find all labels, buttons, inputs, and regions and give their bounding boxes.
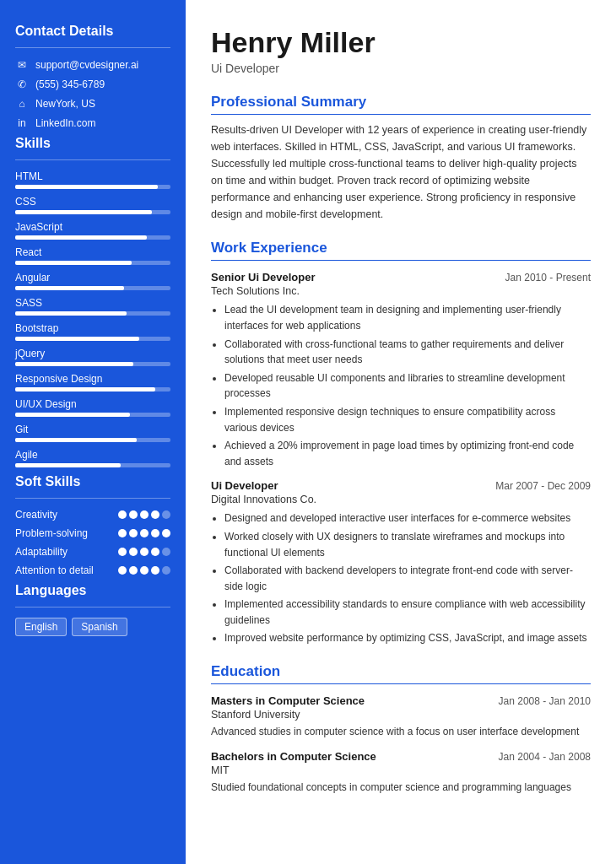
dot-empty [162,510,170,519]
dot-filled [129,566,138,575]
dot-filled [162,529,170,537]
skill-bar-bg [15,286,170,290]
skills-divider [15,159,170,160]
skill-name: CSS [15,196,170,208]
dot-filled [118,529,127,537]
location-icon: ⌂ [15,97,29,111]
skill-bar-bg [15,337,170,341]
dots [118,529,170,537]
skill-bar-bg [15,185,170,189]
skill-bar-bg [15,413,170,417]
skills-section: Skills HTML CSS JavaScript React Angular [15,136,170,474]
edu-header: Masters in Computer Science Jan 2008 - J… [211,694,591,707]
job-bullets: Lead the UI development team in designin… [211,302,591,469]
skills-list: HTML CSS JavaScript React Angular [15,170,170,467]
skill-item: CSS [15,196,170,214]
skill-bar-fill [15,463,121,467]
job-bullet: Worked closely with UX designers to tran… [224,529,591,560]
dot-filled [151,566,159,575]
dot-filled [118,548,127,556]
job-header: Senior Ui Developer Jan 2010 - Present [211,271,591,284]
skill-bar-fill [15,413,130,417]
contact-divider [15,47,170,48]
language-tag: Spanish [72,618,127,636]
edu-school: Stanford University [211,709,591,721]
skill-name: Git [15,424,170,435]
job-company: Tech Solutions Inc. [211,285,591,297]
email-icon: ✉ [15,58,29,72]
edu-degree: Bachelors in Computer Science [211,750,376,763]
skill-item: Git [15,424,170,442]
skill-item: Responsive Design [15,373,170,392]
skill-name: JavaScript [15,221,170,233]
dots [118,510,170,519]
dot-filled [118,566,127,575]
linkedin-icon: in [15,116,29,130]
job-bullet: Designed and developed interactive user … [224,510,591,526]
work-section-title: Work Experience [211,240,591,261]
job-title: Ui Developer [211,479,278,492]
skill-item: Bootstrap [15,322,170,341]
contact-section: Contact Details ✉ support@cvdesigner.ai … [15,24,170,136]
skill-bar-bg [15,463,170,467]
skill-bar-fill [15,337,139,341]
dot-filled [151,510,159,519]
skill-bar-bg [15,438,170,442]
dot-filled [118,510,127,519]
languages-section: Languages EnglishSpanish [15,583,170,636]
edu-block: Masters in Computer Science Jan 2008 - J… [211,694,591,740]
skill-name: Angular [15,272,170,284]
soft-skill-name: Problem-solving [15,527,88,539]
skill-bar-fill [15,286,124,290]
skill-item: SASS [15,297,170,316]
language-tags: EnglishSpanish [15,618,170,636]
phone-icon: ✆ [15,78,29,91]
soft-skill-item: Problem-solving [15,527,170,539]
skill-name: jQuery [15,348,170,359]
edu-desc: Studied foundational concepts in compute… [211,780,591,796]
job-company: Digital Innovations Co. [211,494,591,505]
job-bullet: Implemented accessibility standards to e… [224,597,591,628]
skills-title: Skills [15,136,170,151]
skill-name: React [15,246,170,258]
contact-item: ⌂ NewYork, US [15,97,170,111]
language-tag: English [15,618,67,636]
job-block: Senior Ui Developer Jan 2010 - Present T… [211,271,591,469]
dot-filled [151,529,159,537]
skill-bar-bg [15,210,170,214]
candidate-title: Ui Developer [211,62,591,75]
skill-bar-fill [15,185,158,189]
contact-text: support@cvdesigner.ai [35,59,138,71]
job-bullet: Collaborated with cross-functional teams… [224,337,591,368]
contact-item: ✆ (555) 345-6789 [15,78,170,91]
contact-item: in LinkedIn.com [15,116,170,130]
skill-bar-bg [15,311,170,316]
job-bullet: Collaborated with backend developers to … [224,563,591,594]
soft-skill-name: Creativity [15,509,57,521]
skill-bar-fill [15,235,147,240]
job-block: Ui Developer Mar 2007 - Dec 2009 Digital… [211,479,591,646]
skill-name: Bootstrap [15,322,170,334]
skill-name: UI/UX Design [15,398,170,410]
job-bullet: Developed reusable UI components and lib… [224,370,591,402]
soft-skill-item: Adaptability [15,546,170,558]
job-bullet: Implemented responsive design techniques… [224,404,591,435]
skill-bar-fill [15,387,155,392]
job-date: Jan 2010 - Present [505,272,591,284]
soft-skill-item: Creativity [15,509,170,521]
edu-header: Bachelors in Computer Science Jan 2004 -… [211,750,591,763]
skill-item: JavaScript [15,221,170,240]
skill-item: jQuery [15,348,170,366]
education-list: Masters in Computer Science Jan 2008 - J… [211,694,591,795]
soft-skills-section: Soft Skills CreativityProblem-solvingAda… [15,474,170,583]
dot-filled [151,548,159,556]
soft-skill-name: Adaptability [15,546,68,558]
main-content: Henry Miller Ui Developer Professional S… [186,0,616,864]
skill-name: SASS [15,297,170,309]
edu-desc: Advanced studies in computer science wit… [211,724,591,740]
contact-text: LinkedIn.com [35,117,95,129]
job-date: Mar 2007 - Dec 2009 [495,480,591,492]
edu-date: Jan 2008 - Jan 2010 [499,695,591,707]
candidate-name: Henry Miller [211,27,591,58]
skill-bar-bg [15,235,170,240]
